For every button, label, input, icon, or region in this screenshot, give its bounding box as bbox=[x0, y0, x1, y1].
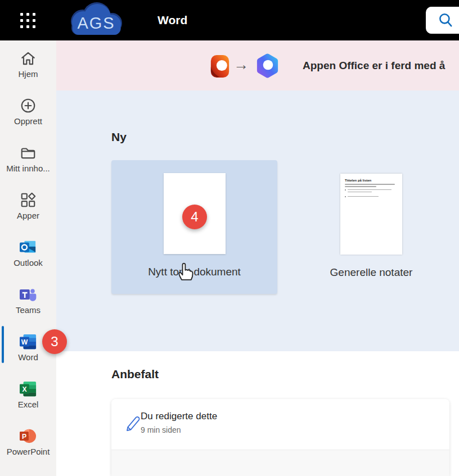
word-online-home-page: AGS Word Hjem Opprett bbox=[0, 0, 459, 476]
top-app-bar: AGS Word bbox=[0, 0, 459, 40]
sidebar-item-powerpoint[interactable]: P PowerPoint bbox=[0, 418, 56, 465]
banner-message: Appen Office er i ferd med å bbox=[303, 40, 445, 90]
sidebar-item-opprett[interactable]: Opprett bbox=[0, 88, 56, 135]
app-title: Word bbox=[158, 0, 187, 40]
powerpoint-icon: P bbox=[20, 428, 37, 445]
search-icon bbox=[437, 12, 454, 29]
sidebar-item-label: Outlook bbox=[14, 258, 43, 268]
search-box[interactable] bbox=[426, 7, 459, 34]
office-logo-icon bbox=[209, 55, 231, 78]
logo-text: AGS bbox=[77, 14, 115, 32]
svg-text:W: W bbox=[21, 338, 28, 346]
ags-cloud-logo[interactable]: AGS bbox=[62, 2, 129, 38]
template-general-notes-thumbnail[interactable]: Tittelen på listen bbox=[340, 174, 402, 255]
sidebar-item-label: Excel bbox=[18, 400, 39, 409]
office-migration-banner: → Appen Office er i ferd med å bbox=[56, 40, 459, 90]
recommended-section: Anbefalt Du redigerte dette 9 min siden bbox=[56, 351, 459, 476]
arrow-right-icon: → bbox=[233, 40, 249, 90]
step-badge-4: 4 bbox=[182, 205, 207, 229]
recommended-item-preview-area bbox=[111, 450, 449, 476]
app-sidebar: Hjem Opprett Mitt innho... bbox=[0, 40, 56, 476]
recommended-document-card[interactable]: Du redigerte dette 9 min siden bbox=[111, 399, 449, 476]
sidebar-item-teams[interactable]: Teams bbox=[0, 276, 56, 324]
sidebar-item-label: Mitt innho... bbox=[6, 164, 50, 173]
plus-circle-icon bbox=[20, 97, 37, 114]
sidebar-item-label: PowerPoint bbox=[7, 447, 50, 456]
svg-text:X: X bbox=[22, 386, 27, 393]
teams-icon bbox=[20, 286, 37, 303]
sidebar-item-label: Opprett bbox=[14, 116, 42, 126]
sidebar-item-excel[interactable]: X Excel bbox=[0, 371, 56, 418]
microsoft-365-logo-icon bbox=[254, 52, 281, 79]
recommended-item-timestamp: 9 min siden bbox=[141, 425, 217, 434]
new-documents-section: Ny Nytt tomt dokument Tittelen på listen… bbox=[56, 90, 459, 351]
sidebar-item-label: Apper bbox=[17, 211, 39, 220]
hand-cursor-icon bbox=[176, 260, 195, 282]
sidebar-item-label: Hjem bbox=[18, 69, 38, 79]
recommended-section-title: Anbefalt bbox=[111, 368, 159, 381]
sidebar-item-label: Word bbox=[18, 352, 38, 362]
recommended-item-title: Du redigerte dette bbox=[141, 411, 217, 422]
apps-icon bbox=[20, 192, 37, 208]
sidebar-item-outlook[interactable]: Outlook bbox=[0, 229, 56, 276]
step-badge-3: 3 bbox=[42, 329, 67, 354]
app-launcher-waffle-icon[interactable] bbox=[20, 13, 35, 28]
sidebar-item-mitt-innhold[interactable]: Mitt innho... bbox=[0, 135, 56, 182]
pencil-icon bbox=[124, 414, 141, 433]
svg-text:P: P bbox=[22, 433, 26, 441]
sidebar-item-apper[interactable]: Apper bbox=[0, 182, 56, 229]
recommended-item-row[interactable]: Du redigerte dette 9 min siden bbox=[111, 399, 449, 450]
home-icon bbox=[20, 50, 37, 67]
template-label: Generelle notater bbox=[290, 266, 453, 279]
outlook-icon bbox=[20, 239, 37, 256]
thumbnail-doc-title: Tittelen på listen bbox=[345, 179, 398, 182]
sidebar-item-label: Teams bbox=[16, 305, 40, 315]
folder-icon bbox=[20, 144, 37, 161]
sidebar-item-hjem[interactable]: Hjem bbox=[0, 40, 56, 88]
new-section-title: Ny bbox=[111, 130, 127, 144]
excel-icon: X bbox=[20, 380, 37, 397]
word-icon: W bbox=[20, 333, 37, 350]
